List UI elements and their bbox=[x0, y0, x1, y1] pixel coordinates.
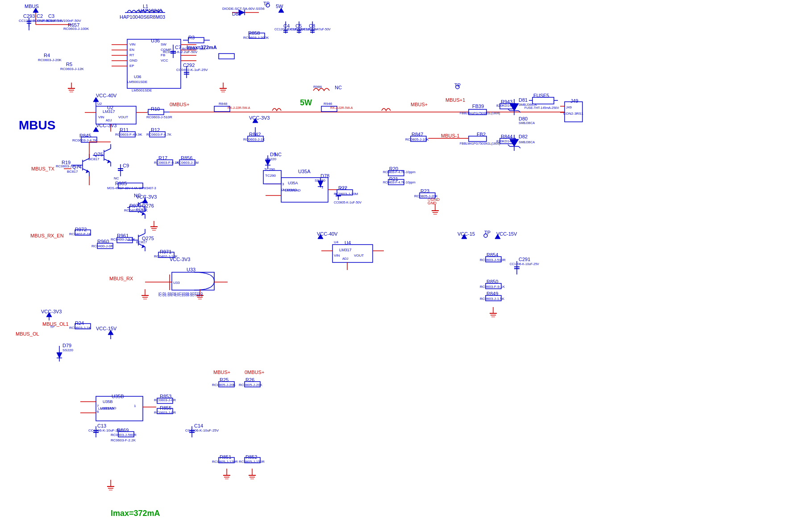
r946-label: R946 bbox=[324, 102, 332, 106]
vcc-40v-left: VCC-40V bbox=[96, 93, 116, 98]
r960-label: R960 bbox=[97, 239, 109, 244]
0mbus-plus-bot: 0MBUS+ bbox=[245, 370, 264, 375]
mbus-plus-right: MBUS+ bbox=[411, 102, 428, 107]
r12-label: R12 bbox=[151, 127, 160, 133]
r943-val: 820KD14 bbox=[496, 104, 511, 108]
svg-text:7: 7 bbox=[97, 404, 99, 408]
r858-val: RC0603-J-200K bbox=[243, 36, 269, 40]
c291-label: C291 bbox=[519, 257, 530, 262]
r26-label: R26 bbox=[245, 377, 254, 382]
svg-text:LM317: LM317 bbox=[339, 248, 352, 252]
comp-label: Imax=372mA bbox=[187, 45, 217, 50]
d78-label: D78 bbox=[320, 173, 329, 179]
svg-text:TC290: TC290 bbox=[265, 174, 276, 178]
hap10040-label: HAP10040 bbox=[138, 8, 162, 13]
r868-2: RC0603-F-2.2K bbox=[111, 438, 136, 442]
c13-label: C13 bbox=[97, 423, 106, 428]
r849-label: R849 bbox=[486, 291, 498, 296]
svg-text:U2: U2 bbox=[97, 102, 102, 106]
tp-mbus-label: TP bbox=[454, 83, 461, 88]
svg-text:SW: SW bbox=[161, 42, 166, 46]
c291-val: CC1206-K-10uF-25V bbox=[510, 262, 539, 266]
r25-label: R25 bbox=[220, 377, 229, 382]
c7-label: C7 bbox=[175, 45, 181, 50]
r856-label: R856 bbox=[181, 155, 192, 161]
r25-val: RC0805-J-20K bbox=[212, 383, 236, 387]
q75-label: Q75 bbox=[94, 152, 103, 157]
vcc-3v3-1: VCC-3V3 bbox=[96, 123, 116, 128]
fb2-label: FB2 bbox=[477, 132, 486, 137]
r847-label: R847 bbox=[412, 132, 423, 137]
svg-text:VOUT: VOUT bbox=[354, 254, 364, 258]
r972-label: R972 bbox=[75, 227, 87, 232]
r4-val: RC0603-J-20K bbox=[38, 58, 62, 62]
r10-val: RC0603-J-510R bbox=[146, 115, 172, 119]
bc817-q276: BC817 bbox=[136, 208, 147, 212]
r845-val: RC0603-J-4.7K bbox=[72, 138, 97, 142]
fuse-val: FUSE-THT-145mA-250V bbox=[524, 106, 559, 109]
tp-top-label: TP bbox=[263, 1, 270, 6]
svg-text:U35B: U35B bbox=[103, 399, 113, 404]
c9-val: NC bbox=[114, 176, 119, 180]
vcc-15-label: VCC-15 bbox=[457, 231, 475, 237]
svg-text:EP: EP bbox=[129, 64, 134, 68]
r657-val: RC0603-J-100K bbox=[63, 27, 89, 31]
bc817-2-val: BC817 bbox=[88, 157, 99, 161]
r869-label: R869 bbox=[117, 428, 129, 433]
r849-val: RC0603-J-1.5K bbox=[480, 297, 504, 301]
j49-label: J49 bbox=[570, 98, 578, 104]
r868-val: RC0603-J-560R bbox=[111, 433, 137, 437]
r842-val: RC0603-J-1K bbox=[243, 137, 265, 141]
svg-text:U33: U33 bbox=[173, 281, 180, 285]
ic-dl-val: IC-DL-SN74LVC1G08-SOT23-5 bbox=[158, 294, 203, 297]
lm5001-val: LM5001SDE bbox=[132, 88, 152, 92]
svg-text:U36: U36 bbox=[134, 75, 141, 79]
svg-text:VOUT: VOUT bbox=[118, 115, 128, 119]
nc-d5: NC bbox=[274, 152, 282, 157]
c293-label: C293 bbox=[23, 13, 35, 19]
mbus-plus-1-label: MBUS+1 bbox=[445, 97, 465, 103]
svg-text:1: 1 bbox=[134, 404, 136, 408]
tp-vcc15: TP bbox=[484, 230, 491, 235]
bc817-1-val: BC817 bbox=[67, 170, 78, 174]
svg-text:2: 2 bbox=[282, 188, 284, 192]
tp-ol: TP bbox=[50, 325, 54, 329]
r5-label: R5 bbox=[66, 62, 72, 67]
d79-label: D79 bbox=[62, 343, 71, 348]
r854-val: RC0603-J-510R bbox=[480, 258, 506, 262]
svg-text:U35A: U35A bbox=[288, 181, 298, 185]
c8-val: CC1200-K-47uF-50V bbox=[301, 28, 331, 31]
r852-label: R852 bbox=[245, 454, 257, 460]
c3-label: C3 bbox=[48, 13, 54, 19]
r850-val: RC0603-F-9.1K bbox=[480, 285, 505, 289]
u4-label: U4 bbox=[345, 240, 351, 245]
svg-text:3: 3 bbox=[282, 182, 284, 186]
r844-label: R844 bbox=[501, 134, 512, 139]
u36-label: U36 bbox=[151, 38, 160, 43]
r961-val: RC0400-J-2.7K bbox=[111, 237, 135, 241]
r850-label: R850 bbox=[486, 279, 498, 284]
r971-val: RC0402-J-10K bbox=[154, 254, 178, 258]
r3-label: R3 bbox=[188, 35, 195, 40]
r858-label: R858 bbox=[248, 30, 260, 36]
mbus-rx-label: MBUS_RX bbox=[109, 276, 133, 281]
svg-text:RT: RT bbox=[129, 53, 134, 57]
r19-val: RC0603-J-4.7K bbox=[56, 164, 80, 168]
nc-q276: NC bbox=[134, 193, 141, 198]
mbus-rx-en-label: MBUS_RX_EN bbox=[30, 233, 64, 238]
svg-text:LM5001SDE: LM5001SDE bbox=[127, 80, 147, 84]
r20-val: RC0803-F-4.7K-10ppm bbox=[383, 170, 416, 174]
r855-val: RC0603-J-0R bbox=[154, 411, 176, 415]
svg-text:ADJ: ADJ bbox=[106, 119, 112, 122]
r12-val: RC0603-F-4.7K bbox=[146, 133, 171, 137]
svg-rect-0 bbox=[0, 0, 790, 532]
c11-val: CC0805-K-1uF-50V bbox=[334, 201, 362, 204]
r26-val: RC0805-J-20K bbox=[239, 383, 262, 387]
smbj36ca-1: SMBJ36CA bbox=[519, 121, 535, 125]
5w-label: 5W bbox=[300, 98, 312, 108]
r11-label: R11 bbox=[120, 127, 129, 133]
mbus-1-label: MBUS-1 bbox=[441, 133, 460, 138]
r24-label: R24 bbox=[75, 320, 84, 326]
r986-label: R986 bbox=[313, 85, 322, 89]
d82-label: D82 bbox=[519, 134, 528, 139]
